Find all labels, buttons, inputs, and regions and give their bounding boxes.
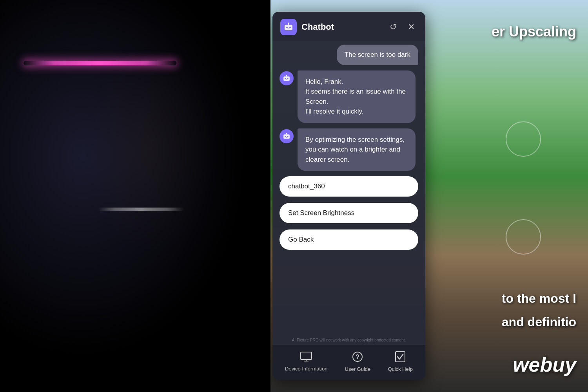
svg-rect-6 — [283, 76, 290, 81]
svg-point-8 — [287, 78, 289, 79]
bot-message-2: By optimizing the screen settings, you c… — [279, 128, 418, 171]
svg-rect-15 — [286, 137, 288, 138]
footer-note: AI Picture PRO will not work with any co… — [272, 336, 425, 345]
svg-point-11 — [286, 75, 287, 76]
option-button-1[interactable]: chatbot_360 — [279, 176, 418, 197]
question-icon: ? — [352, 351, 363, 364]
svg-point-13 — [285, 136, 286, 137]
svg-rect-12 — [283, 134, 290, 139]
svg-rect-3 — [287, 29, 290, 29]
chatbot-icon — [280, 19, 297, 35]
nav-label-device-info: Device Information — [285, 366, 327, 372]
bot-avatar-1 — [279, 71, 294, 85]
person-silhouette — [0, 0, 274, 392]
nav-label-quick-help: Quick Help — [388, 366, 413, 372]
option-button-3[interactable]: Go Back — [279, 229, 418, 250]
svg-text:?: ? — [356, 354, 360, 360]
svg-rect-0 — [285, 25, 292, 30]
svg-point-17 — [286, 133, 287, 134]
close-button[interactable]: ✕ — [405, 21, 417, 33]
nav-item-device-info[interactable]: Device Information — [281, 350, 331, 373]
user-bubble-1: The screen is too dark — [337, 45, 418, 65]
brand-text: webuy — [513, 353, 576, 376]
svg-rect-23 — [396, 352, 405, 362]
svg-point-7 — [285, 78, 286, 79]
monitor-icon — [300, 352, 312, 363]
nav-item-quick-help[interactable]: Quick Help — [384, 350, 417, 374]
checkbox-icon — [395, 351, 405, 364]
chatbot-title: Chatbot — [301, 22, 387, 32]
bot-bubble-2: By optimizing the screen settings, you c… — [298, 128, 416, 171]
svg-point-14 — [287, 136, 289, 137]
refresh-icon: ↺ — [390, 22, 397, 32]
svg-point-5 — [288, 23, 289, 24]
bot-message-1: Hello, Frank. It seems there is an issue… — [279, 70, 418, 123]
svg-rect-9 — [286, 79, 288, 80]
overlay-text-mid1: to the most l — [502, 291, 576, 306]
circle-deco-2 — [506, 219, 541, 255]
header-actions: ↺ ✕ — [387, 21, 417, 33]
svg-point-2 — [289, 27, 291, 28]
nav-label-user-guide: User Guide — [345, 366, 371, 372]
close-icon: ✕ — [408, 22, 415, 32]
option-button-2[interactable]: Set Screen Brightness — [279, 203, 418, 223]
bottom-nav: Device Information ? User Guide Quick He… — [272, 345, 425, 380]
bot-bubble-1: Hello, Frank. It seems there is an issue… — [298, 70, 416, 123]
overlay-text-mid2: and definitio — [502, 315, 576, 329]
circle-deco-1 — [506, 121, 541, 157]
chatbot-panel: Chatbot ↺ ✕ The screen is too dark — [272, 12, 425, 380]
svg-point-1 — [286, 27, 288, 28]
nav-item-user-guide[interactable]: ? User Guide — [341, 350, 375, 374]
overlay-text-top: er Upscaling — [492, 23, 576, 40]
bot-text-1: Hello, Frank. It seems there is an issue… — [305, 78, 406, 116]
user-message-1: The screen is too dark — [279, 45, 418, 65]
chat-area: The screen is too dark Hello, Frank. It … — [272, 41, 425, 336]
chatbot-header: Chatbot ↺ ✕ — [272, 12, 425, 41]
bot-avatar-2 — [279, 129, 294, 143]
refresh-button[interactable]: ↺ — [387, 21, 399, 33]
svg-rect-18 — [301, 352, 312, 359]
